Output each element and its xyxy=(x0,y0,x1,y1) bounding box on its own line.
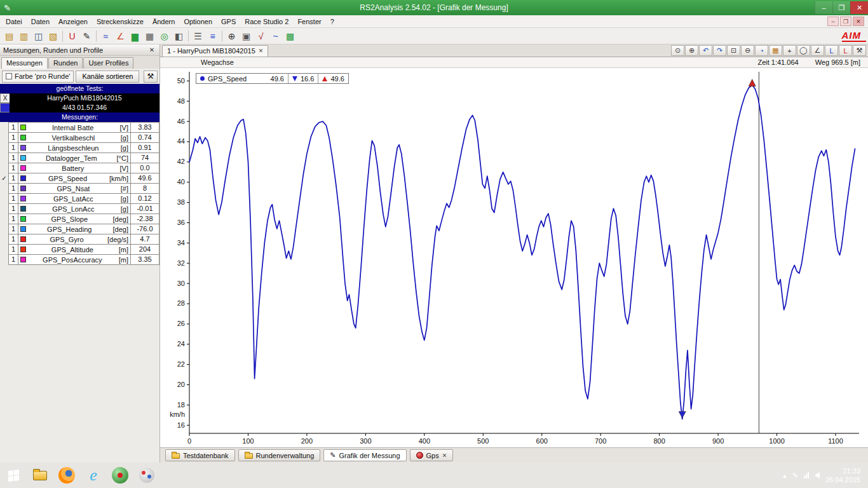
volume-icon[interactable] xyxy=(815,472,820,478)
chart-plot[interactable]: 161820222426283032343638404244464850km/h… xyxy=(160,68,868,447)
zoom-previous-icon[interactable]: ⊙ xyxy=(671,45,684,56)
channel-row[interactable]: 1Längsbeschleun[g]0.91 xyxy=(0,142,159,153)
taskbar-clock[interactable]: 21:33 26.04.2015 xyxy=(825,466,860,485)
firefox-taskbar-icon[interactable] xyxy=(53,463,80,488)
lap-info[interactable]: 4/43 01.57.346 xyxy=(10,103,159,112)
time-axis-icon[interactable]: ◔ xyxy=(755,45,768,56)
bottom-tab-rundenverwaltung[interactable]: Rundenverwaltung xyxy=(238,449,321,461)
compass-icon[interactable]: ◯ xyxy=(797,45,810,56)
mdi-minimize-button[interactable]: – xyxy=(827,17,839,26)
math-channel-icon[interactable]: √ xyxy=(254,29,268,43)
aim-taskbar-icon[interactable] xyxy=(107,463,133,488)
tab-runden[interactable]: Runden xyxy=(48,57,83,69)
paint-taskbar-icon[interactable] xyxy=(133,463,160,488)
tab-messungen[interactable]: Messungen xyxy=(1,57,48,69)
menu-item-race-studio-2[interactable]: Race Studio 2 xyxy=(240,16,293,27)
bottom-tab-gps[interactable]: Gps✕ xyxy=(410,449,454,461)
channel-row[interactable]: 1GPS_Heading[deg]-76.0 xyxy=(0,224,159,234)
print-icon[interactable]: ▣ xyxy=(239,29,254,43)
test-close-button[interactable]: X xyxy=(0,93,10,103)
zoom-in-icon[interactable]: ⊕ xyxy=(685,45,698,56)
spline-icon[interactable]: ~ xyxy=(268,29,283,43)
database-icon[interactable]: ▧ xyxy=(46,29,60,43)
channel-checkbox[interactable] xyxy=(0,183,8,194)
save-test-icon[interactable]: ◫ xyxy=(31,29,46,43)
menu-item-ndern[interactable]: Ändern xyxy=(148,16,179,27)
bottom-tab-close-icon[interactable]: ✕ xyxy=(442,452,447,459)
menu-item-item[interactable]: ? xyxy=(326,16,339,27)
speed-chart[interactable]: 161820222426283032343638404244464850km/h… xyxy=(160,68,868,447)
zoom-window-icon[interactable]: ⊡ xyxy=(727,45,740,56)
channel-row[interactable]: 1GPS_PosAccuracy[m]3.35 xyxy=(0,254,159,265)
chart-document-tab[interactable]: 1 - HarryPuch MiB18042015 ✕ xyxy=(162,45,268,57)
test-name[interactable]: HarryPuch MiB18042015 xyxy=(10,93,159,103)
channel-checkbox[interactable] xyxy=(0,224,8,234)
menu-item-streckenskizze[interactable]: Streckenskizze xyxy=(92,16,148,27)
start-button[interactable] xyxy=(0,463,27,488)
table-view-icon[interactable]: ▦ xyxy=(142,29,157,43)
menu-item-anzeigen[interactable]: Anzeigen xyxy=(54,16,92,27)
menu-item-optionen[interactable]: Optionen xyxy=(179,16,217,27)
pencil-tool-icon[interactable]: ✎ xyxy=(79,29,94,43)
crosshair-icon[interactable]: + xyxy=(783,45,796,56)
grid-view-icon[interactable]: ▦ xyxy=(769,45,782,56)
channel-checkbox[interactable] xyxy=(0,152,8,163)
channel-row[interactable]: 1GPS_LonAcc[g]-0.01 xyxy=(0,203,159,214)
line-graph-icon[interactable]: ≈ xyxy=(98,29,113,43)
bottom-tab-grafik-der-messung[interactable]: ✎Grafik der Messung xyxy=(323,449,406,461)
channel-checkbox[interactable]: ✓ xyxy=(0,173,8,184)
checkbox-icon[interactable] xyxy=(6,73,12,79)
tray-pen-icon[interactable]: ✎ xyxy=(792,471,798,480)
bottom-tab-testdatenbank[interactable]: Testdatenbank xyxy=(165,449,235,461)
channel-row[interactable]: 1GPS_Nsat[#]8 xyxy=(0,183,159,194)
lap-color-swatch[interactable] xyxy=(0,103,10,112)
channel-checkbox[interactable] xyxy=(0,214,8,224)
split-view-icon[interactable]: ◧ xyxy=(172,29,186,43)
channel-checkbox[interactable] xyxy=(0,254,8,265)
histogram-icon[interactable]: ▆ xyxy=(128,29,142,43)
open-test-icon[interactable]: ▤ xyxy=(2,29,17,43)
tray-expand-icon[interactable]: ▴ xyxy=(783,471,787,480)
track-view-icon[interactable]: ◎ xyxy=(157,29,172,43)
xy-plot-icon[interactable]: ∠ xyxy=(113,29,128,43)
channel-row[interactable]: 1Battery[V]0.0 xyxy=(0,163,159,173)
zoom-out-icon[interactable]: ⊖ xyxy=(741,45,754,56)
report-icon[interactable]: ☰ xyxy=(191,29,205,43)
channel-checkbox[interactable] xyxy=(0,234,8,245)
image-export-icon[interactable]: ▩ xyxy=(283,29,297,43)
channel-checkbox[interactable] xyxy=(0,163,8,173)
channel-row[interactable]: ✓1GPS_Speed[km/h]49.6 xyxy=(0,173,159,184)
zoom-tool-icon[interactable]: ⊕ xyxy=(224,29,239,43)
menu-item-datei[interactable]: Datei xyxy=(1,16,27,27)
menu-item-fenster[interactable]: Fenster xyxy=(293,16,325,27)
chart-settings-icon[interactable]: ⚒ xyxy=(853,45,866,56)
ie-taskbar-icon[interactable]: e xyxy=(80,463,107,488)
sort-channels-button[interactable]: Kanäle sortieren xyxy=(76,71,139,83)
channel-checkbox[interactable] xyxy=(0,203,8,214)
right-scale-icon[interactable]: L xyxy=(839,45,852,56)
left-scale-icon[interactable]: L xyxy=(825,45,838,56)
menu-item-gps[interactable]: GPS xyxy=(217,16,240,27)
channel-checkbox[interactable] xyxy=(0,122,8,133)
angle-measure-icon[interactable]: ∠ xyxy=(811,45,824,56)
color-per-lap-checkbox[interactable]: Farbe 'pro Runde' xyxy=(2,71,74,83)
channel-row[interactable]: 1Internal Batte[V]3.83 xyxy=(0,122,159,133)
undo-zoom-icon[interactable]: ↶ xyxy=(699,45,712,56)
menu-item-daten[interactable]: Daten xyxy=(27,16,54,27)
channel-checkbox[interactable] xyxy=(0,142,8,153)
wrench-icon[interactable]: ⚒ xyxy=(144,71,158,83)
restore-button[interactable]: ❐ xyxy=(832,1,850,14)
channel-row[interactable]: 1Vertikalbeschl[g]0.74 xyxy=(0,132,159,143)
panel-close-icon[interactable]: ✕ xyxy=(147,46,156,53)
tab-user-profiles[interactable]: User Profiles xyxy=(83,57,133,69)
magnet-icon[interactable]: U xyxy=(65,29,79,43)
explorer-taskbar-icon[interactable] xyxy=(27,463,53,488)
minimize-button[interactable]: – xyxy=(815,1,832,14)
close-button[interactable]: ✕ xyxy=(850,1,868,14)
mdi-close-button[interactable]: ✕ xyxy=(853,17,864,26)
channel-checkbox[interactable] xyxy=(0,132,8,143)
redo-zoom-icon[interactable]: ↷ xyxy=(713,45,726,56)
channel-row[interactable]: 1GPS_Slope[deg]-2.38 xyxy=(0,214,159,224)
channels-list-icon[interactable]: ≡ xyxy=(205,29,220,43)
mdi-restore-button[interactable]: ❐ xyxy=(840,17,851,26)
